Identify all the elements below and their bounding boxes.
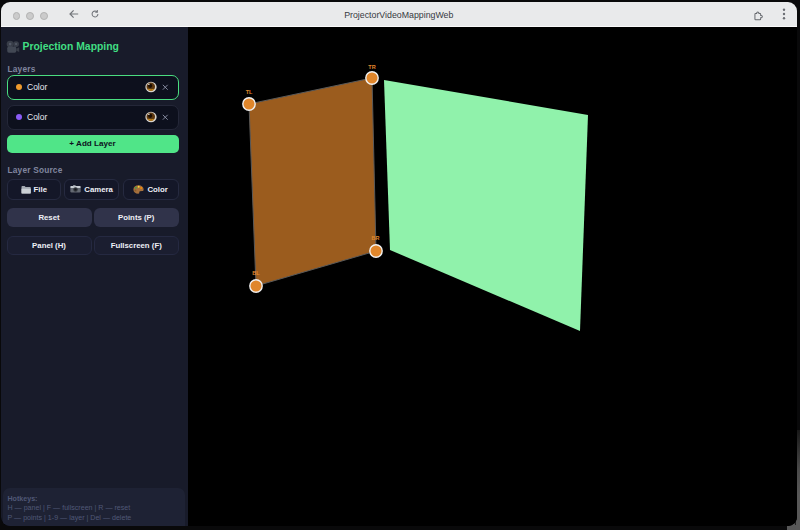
svg-text:BR: BR — [372, 235, 380, 241]
svg-text:BL: BL — [252, 270, 260, 276]
svg-text:TR: TR — [368, 64, 375, 70]
svg-text:TL: TL — [246, 89, 253, 95]
